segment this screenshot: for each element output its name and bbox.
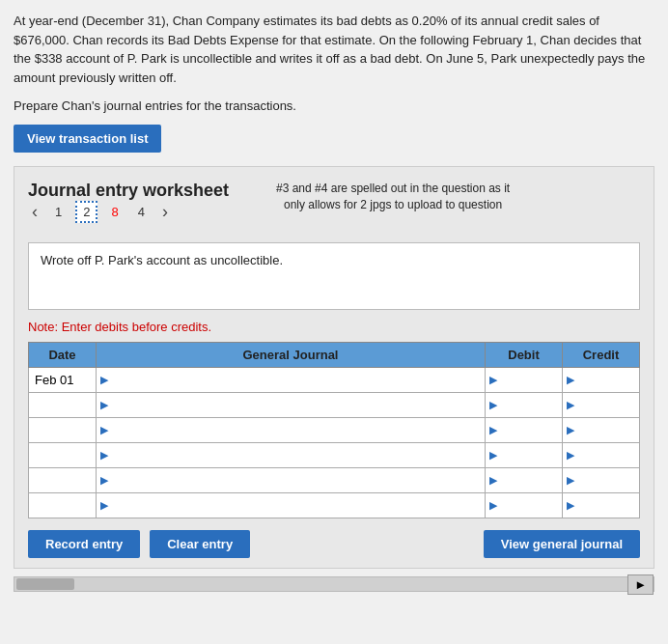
journal-input-3[interactable]: [110, 443, 481, 467]
journal-input-4[interactable]: [110, 468, 481, 492]
date-cell-2: [29, 418, 97, 443]
journal-input-5[interactable]: [110, 493, 481, 518]
entry-description-text: Wrote off P. Park's account as uncollect…: [41, 253, 283, 267]
credit-input-5[interactable]: [576, 493, 635, 518]
col-header-debit: Debit: [486, 343, 563, 368]
page-2[interactable]: 2: [75, 201, 97, 223]
table-row: ▶▶▶: [29, 443, 640, 468]
date-cell-1: [29, 393, 97, 418]
scroll-thumb: [16, 578, 74, 590]
debit-cell-4[interactable]: ▶: [486, 468, 563, 493]
credit-cell-2[interactable]: ▶: [563, 418, 640, 443]
next-page-button[interactable]: ›: [158, 202, 172, 222]
entry-description-box: Wrote off P. Park's account as uncollect…: [28, 242, 640, 310]
journal-cell-1[interactable]: ▶: [97, 393, 486, 418]
debit-input-4[interactable]: [499, 468, 558, 492]
debit-cell-3[interactable]: ▶: [486, 443, 563, 468]
journal-cell-5[interactable]: ▶: [97, 493, 486, 518]
journal-header: Journal entry worksheet ‹ 1 2 8 4 › #3 a…: [28, 181, 640, 233]
credit-cell-0[interactable]: ▶: [563, 368, 640, 393]
debit-input-3[interactable]: [499, 443, 558, 467]
debit-input-5[interactable]: [499, 493, 558, 518]
page-3[interactable]: 8: [105, 203, 124, 221]
date-cell-4: [29, 468, 97, 493]
view-transaction-button[interactable]: View transaction list: [14, 125, 161, 153]
debit-cell-2[interactable]: ▶: [486, 418, 563, 443]
page-1[interactable]: 1: [49, 203, 68, 221]
table-row: ▶▶▶: [29, 493, 640, 518]
credit-input-0[interactable]: [576, 368, 635, 392]
credit-input-4[interactable]: [576, 468, 635, 492]
journal-input-2[interactable]: [110, 418, 481, 442]
col-header-date: Date: [29, 343, 97, 368]
debit-input-0[interactable]: [499, 368, 558, 392]
scroll-right-button[interactable]: ►: [627, 574, 654, 595]
journal-table: Date General Journal Debit Credit Feb 01…: [28, 342, 640, 518]
credit-input-2[interactable]: [576, 418, 635, 442]
description-text: At year-end (December 31), Chan Company …: [14, 12, 654, 87]
table-row: ▶▶▶: [29, 468, 640, 493]
page-4[interactable]: 4: [132, 203, 151, 221]
note-text: Note: Enter debits before credits.: [28, 320, 640, 334]
debit-cell-5[interactable]: ▶: [486, 493, 563, 518]
table-row: ▶▶▶: [29, 393, 640, 418]
col-header-general-journal: General Journal: [97, 343, 486, 368]
date-cell-0: Feb 01: [29, 368, 97, 393]
date-cell-3: [29, 443, 97, 468]
journal-input-1[interactable]: [110, 393, 481, 417]
pagination: ‹ 1 2 8 4 ›: [28, 201, 258, 223]
tooltip-note: #3 and #4 are spelled out in the questio…: [267, 181, 518, 213]
bottom-buttons: Record entry Clear entry View general jo…: [28, 530, 640, 558]
view-general-journal-button[interactable]: View general journal: [484, 530, 640, 558]
journal-panel: Journal entry worksheet ‹ 1 2 8 4 › #3 a…: [14, 166, 654, 569]
credit-input-3[interactable]: [576, 443, 635, 467]
journal-cell-3[interactable]: ▶: [97, 443, 486, 468]
debit-input-1[interactable]: [499, 393, 558, 417]
credit-cell-5[interactable]: ▶: [563, 493, 640, 518]
clear-entry-button[interactable]: Clear entry: [150, 530, 250, 558]
journal-input-0[interactable]: [110, 368, 481, 392]
prev-page-button[interactable]: ‹: [28, 202, 42, 222]
credit-cell-3[interactable]: ▶: [563, 443, 640, 468]
debit-input-2[interactable]: [499, 418, 558, 442]
prepare-text: Prepare Chan's journal entries for the t…: [14, 98, 654, 113]
date-cell-5: [29, 493, 97, 518]
journal-cell-4[interactable]: ▶: [97, 468, 486, 493]
credit-cell-1[interactable]: ▶: [563, 393, 640, 418]
table-row: Feb 01▶▶▶: [29, 368, 640, 393]
col-header-credit: Credit: [563, 343, 640, 368]
scrollbar[interactable]: ►: [14, 576, 654, 592]
journal-cell-2[interactable]: ▶: [97, 418, 486, 443]
record-entry-button[interactable]: Record entry: [28, 530, 140, 558]
debit-cell-1[interactable]: ▶: [486, 393, 563, 418]
table-row: ▶▶▶: [29, 418, 640, 443]
journal-cell-0[interactable]: ▶: [97, 368, 486, 393]
debit-cell-0[interactable]: ▶: [486, 368, 563, 393]
journal-title: Journal entry worksheet: [28, 181, 229, 201]
credit-cell-4[interactable]: ▶: [563, 468, 640, 493]
credit-input-1[interactable]: [576, 393, 635, 417]
